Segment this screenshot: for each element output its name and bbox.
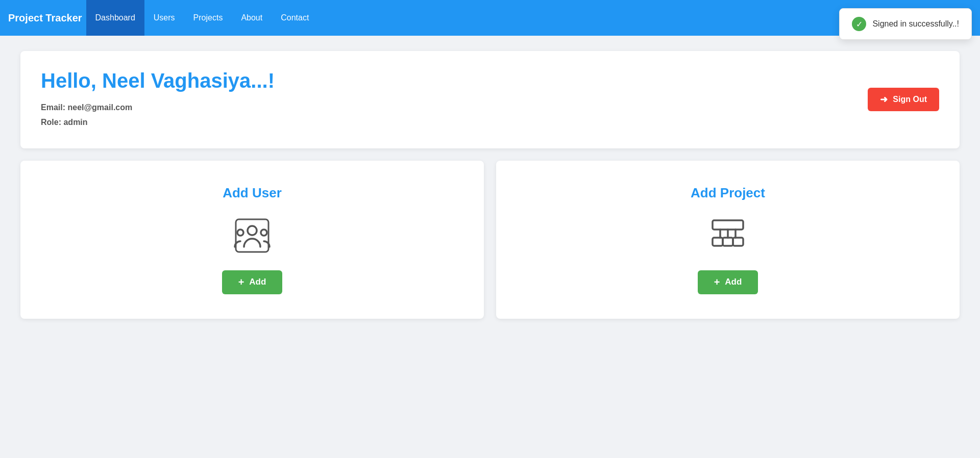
hello-card: Hello, Neel Vaghasiya...! Email: neel@gm…	[20, 51, 960, 148]
nav-item-contact[interactable]: Contact	[272, 0, 318, 36]
svg-point-2	[237, 230, 243, 236]
add-project-title: Add Project	[691, 185, 765, 201]
username-text: Neel Vaghasiya	[102, 69, 251, 92]
signout-label: Sign Out	[893, 95, 927, 104]
svg-rect-4	[713, 220, 743, 230]
nav-item-projects[interactable]: Projects	[184, 0, 232, 36]
email-label: Email:	[41, 103, 67, 112]
add-user-button-label: Add	[249, 277, 266, 287]
greeting-suffix: ...!	[251, 69, 275, 92]
svg-rect-10	[733, 238, 743, 246]
toast-notification: ✓ Signed in successfully..!	[839, 8, 972, 40]
nav-item-about[interactable]: About	[232, 0, 272, 36]
nav-link-users[interactable]: Users	[144, 0, 184, 36]
nav-link-about[interactable]: About	[232, 0, 272, 36]
users-icon	[232, 215, 273, 256]
add-user-card: Add User + Add	[20, 161, 484, 319]
add-project-button-label: Add	[725, 277, 742, 287]
nav-link-dashboard[interactable]: Dashboard	[86, 0, 144, 36]
nav-link-projects[interactable]: Projects	[184, 0, 232, 36]
add-project-plus-icon: +	[714, 276, 720, 288]
add-user-button[interactable]: + Add	[222, 270, 283, 294]
add-project-card: Add Project + Add	[496, 161, 960, 319]
svg-rect-8	[713, 238, 723, 246]
add-user-plus-icon: +	[238, 276, 244, 288]
user-info: Email: neel@gmail.com Role: admin	[41, 100, 275, 130]
svg-point-3	[261, 230, 267, 236]
signout-icon: ➜	[880, 94, 888, 105]
nav-link-contact[interactable]: Contact	[272, 0, 318, 36]
hello-card-left: Hello, Neel Vaghasiya...! Email: neel@gm…	[41, 69, 275, 130]
email-value: neel@gmail.com	[67, 103, 132, 112]
add-project-button[interactable]: + Add	[698, 270, 758, 294]
svg-point-1	[248, 226, 257, 235]
role-label: Role:	[41, 118, 63, 126]
svg-rect-9	[723, 238, 733, 246]
project-icon	[707, 215, 748, 256]
signout-button[interactable]: ➜ Sign Out	[868, 88, 939, 111]
nav-item-users[interactable]: Users	[144, 0, 184, 36]
cards-row: Add User + Add Add Project	[20, 161, 960, 319]
greeting-prefix: Hello,	[41, 69, 102, 92]
main-content: Hello, Neel Vaghasiya...! Email: neel@gm…	[0, 36, 980, 334]
navbar: Project Tracker Dashboard Users Projects…	[0, 0, 980, 36]
role-value: admin	[63, 118, 87, 126]
nav-links: Dashboard Users Projects About Contact	[86, 0, 318, 36]
greeting-heading: Hello, Neel Vaghasiya...!	[41, 69, 275, 92]
nav-item-dashboard[interactable]: Dashboard	[86, 0, 144, 36]
navbar-brand: Project Tracker	[8, 12, 82, 24]
add-user-title: Add User	[223, 185, 282, 201]
toast-check-icon: ✓	[852, 17, 866, 31]
toast-message: Signed in successfully..!	[872, 19, 959, 29]
